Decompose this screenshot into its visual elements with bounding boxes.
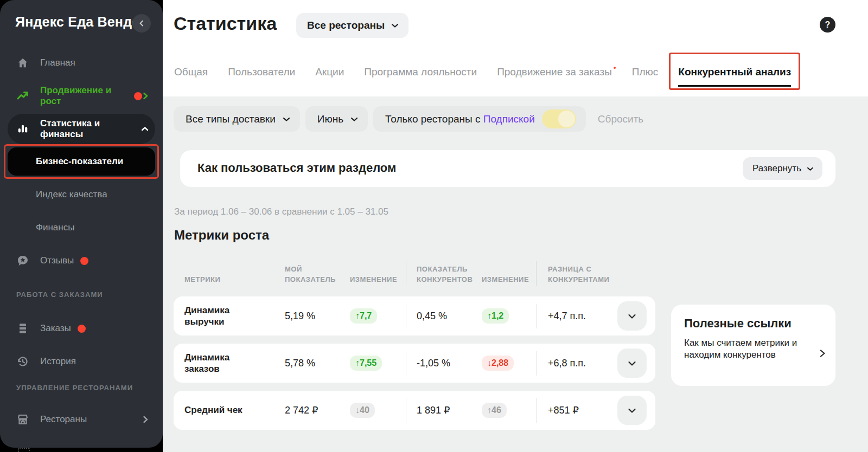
page-title: Статистика <box>174 13 277 34</box>
metrics-section-title: Метрики роста <box>174 228 269 243</box>
metric-name: Динамика выручки <box>174 305 285 328</box>
tab-plus[interactable]: Плюс <box>632 66 659 85</box>
sidebar-item-quality-index[interactable]: Индекс качества <box>8 182 155 208</box>
how-to-use-panel: Как пользоваться этим разделом Развернут… <box>180 150 835 187</box>
difference-value: +4,7 п.п. <box>536 311 617 322</box>
filter-bar: Все типы доставки Июнь Только рестораны … <box>174 106 643 132</box>
my-value: 5,19 % <box>285 311 350 322</box>
column-header-competitor-value: Показатель конкурентов <box>406 264 482 285</box>
table-row-revenue-dynamics: Динамика выручки 5,19 % ↑7,7 0,45 % ↑1,2… <box>174 296 655 335</box>
difference-value: +6,8 п.п. <box>536 358 617 369</box>
chevron-down-icon <box>283 117 290 122</box>
period-label: За период 1.06 – 30.06 в сравнении с 1.0… <box>174 206 388 217</box>
chevron-right-icon <box>142 416 149 423</box>
subscription-filter-label: Только рестораны с Подпиской <box>385 113 535 125</box>
sidebar-item-label: Заказы <box>40 323 71 334</box>
chevron-down-icon <box>391 23 399 28</box>
column-header-my-value: Мой показатель <box>285 264 350 285</box>
sidebar-item-label: Статистика и финансы <box>40 118 141 140</box>
toggle-knob <box>558 111 575 127</box>
subscription-filter[interactable]: Только рестораны с Подпиской <box>373 106 586 132</box>
competitor-change-badge: ↓2,88 <box>482 356 514 371</box>
sidebar-item-promotion[interactable]: Продвижение и рост <box>8 83 155 109</box>
month-value: Июнь <box>317 113 343 125</box>
expand-row-button[interactable] <box>617 396 647 425</box>
sidebar-item-finance[interactable]: Финансы <box>8 215 155 241</box>
expand-row-button[interactable] <box>617 301 647 331</box>
sidebar-item-label: Индекс качества <box>36 189 107 200</box>
chevron-down-icon <box>628 360 636 366</box>
tab-competitive-analysis[interactable]: Конкурентный анализ <box>678 66 791 87</box>
column-header-difference: Разница с конкурентами <box>536 264 617 285</box>
sidebar-item-restaurants[interactable]: Рестораны <box>8 406 155 432</box>
help-button[interactable]: ? <box>820 17 835 33</box>
question-mark-icon: ? <box>825 20 831 30</box>
chevron-right-icon <box>819 349 826 358</box>
competitor-change-badge: ↑1,2 <box>482 308 509 324</box>
difference-value: +851 ₽ <box>536 404 617 416</box>
delivery-type-dropdown[interactable]: Все типы доставки <box>174 106 300 132</box>
sidebar-section-orders: РАБОТА С ЗАКАЗАМИ <box>16 290 103 299</box>
chevron-down-icon <box>807 166 814 171</box>
restaurant-selector-dropdown[interactable]: Все рестораны <box>296 13 409 38</box>
how-to-use-title: Как пользоваться этим разделом <box>197 161 396 175</box>
sidebar-section-restaurants: УПРАВЛЕНИЕ РЕСТОРАНАМИ <box>16 384 133 392</box>
sidebar-item-home[interactable]: Главная <box>8 50 155 76</box>
sidebar-item-orders[interactable]: Заказы <box>8 315 155 341</box>
chevron-up-icon <box>141 126 149 132</box>
expand-row-button[interactable] <box>617 348 647 378</box>
metrics-explanation-link[interactable]: Как мы считаем метрики и находим конкуре… <box>684 337 802 361</box>
month-dropdown[interactable]: Июнь <box>305 106 368 132</box>
sidebar-item-reviews[interactable]: Отзывы <box>8 248 155 274</box>
competitor-change-badge: ↑46 <box>482 403 507 418</box>
my-value: 5,78 % <box>285 358 350 369</box>
notification-dot <box>612 66 617 70</box>
tab-promotions[interactable]: Акции <box>315 66 344 85</box>
tab-loyalty-program[interactable]: Программа лояльности <box>364 66 477 85</box>
notification-dot <box>78 325 86 333</box>
tab-label: Продвижение за заказы <box>497 66 612 78</box>
sidebar-item-history[interactable]: История <box>8 348 155 374</box>
competitor-value: 0,45 % <box>406 311 482 322</box>
competitor-value: 1 891 ₽ <box>406 404 482 416</box>
competitor-value: -1,05 % <box>406 358 482 369</box>
sidebar-item-label: История <box>40 356 76 367</box>
tab-paid-promotion[interactable]: Продвижение за заказы <box>497 66 612 85</box>
my-change-badge: ↑7,55 <box>350 356 382 371</box>
trending-up-icon <box>16 89 29 102</box>
my-change-badge: ↑7,7 <box>350 308 377 324</box>
notification-dot <box>80 257 88 265</box>
sidebar-item-label: Рестораны <box>40 414 87 425</box>
metrics-table-header: Метрики Мой показатель Изменение Показат… <box>174 259 655 288</box>
sidebar-collapse-button[interactable] <box>132 14 151 33</box>
tab-users[interactable]: Пользователи <box>228 66 295 85</box>
my-value: 2 742 ₽ <box>285 404 350 416</box>
sidebar: Яндекс Еда Вендор Главная Продвижение и … <box>0 0 163 448</box>
sidebar-item-label: Бизнес-показатели <box>36 156 123 167</box>
sidebar-item-label: Продвижение и рост <box>40 85 127 107</box>
table-row-average-check: Средний чек 2 742 ₽ ↓40 1 891 ₽ ↑46 +851… <box>174 391 655 430</box>
subscription-toggle[interactable] <box>542 109 576 128</box>
table-row-orders-dynamics: Динамика заказов 5,78 % ↑7,55 -1,05 % ↓2… <box>174 344 655 383</box>
history-icon <box>16 355 29 368</box>
chevron-down-icon <box>628 313 636 319</box>
storefront-icon <box>16 413 29 426</box>
subscription-link[interactable]: Подпиской <box>483 113 535 125</box>
sidebar-item-statistics[interactable]: Статистика и финансы <box>8 114 155 144</box>
reset-filters-button[interactable]: Сбросить <box>598 113 643 125</box>
useful-links-panel: Полезные ссылки Как мы считаем метрики и… <box>671 305 835 386</box>
metric-name: Динамика заказов <box>174 352 285 375</box>
app-logo: Яндекс Еда Вендор <box>15 14 149 30</box>
column-header-metric: Метрики <box>174 275 285 285</box>
chevron-left-icon <box>138 20 145 27</box>
sidebar-item-label: Отзывы <box>40 255 74 266</box>
expand-label: Развернуть <box>752 163 801 174</box>
home-icon <box>16 56 29 69</box>
expand-button[interactable]: Развернуть <box>743 157 822 180</box>
column-header-my-change: Изменение <box>350 275 406 285</box>
tab-general[interactable]: Общая <box>174 66 208 85</box>
sidebar-next-item-peek <box>18 448 30 452</box>
chat-star-icon <box>16 254 29 267</box>
sidebar-item-business-metrics[interactable]: Бизнес-показатели <box>8 147 155 176</box>
restaurant-selector-value: Все рестораны <box>307 20 385 31</box>
